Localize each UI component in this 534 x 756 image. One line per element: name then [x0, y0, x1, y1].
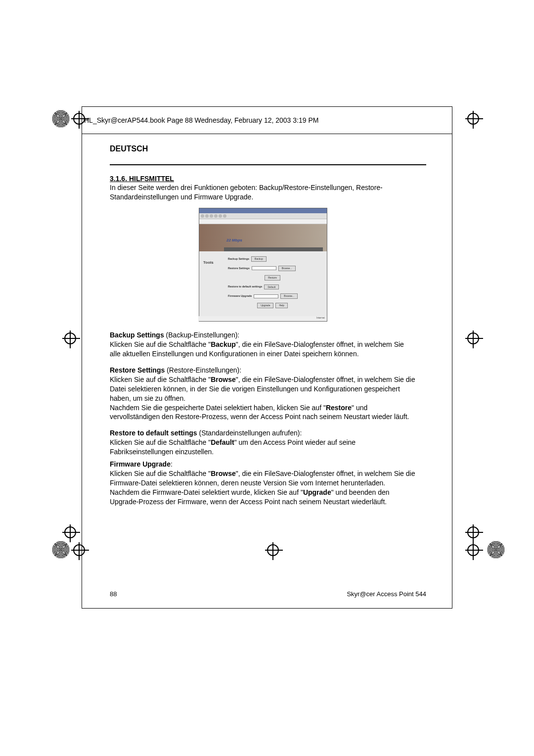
crop-mark-icon: [467, 544, 479, 556]
backup-row: Backup Settings Backup: [228, 256, 317, 262]
page-footer: 88 Skyr@cer Access Point 544: [110, 590, 426, 598]
document-content: DEUTSCH 3.1.6. HILFSMITTEL In dieser Sei…: [110, 143, 416, 513]
firmware-p2b: Upgrade: [303, 488, 331, 496]
firmware-p1a: Klicken Sie auf die Schaltfläche ": [110, 470, 211, 477]
section-heading: 3.1.6. HILFSMITTEL: [110, 174, 416, 184]
default-button[interactable]: Default: [264, 284, 279, 290]
firmware-row: Firmware Upgrade Browse...: [228, 293, 317, 299]
language-heading: DEUTSCH: [110, 143, 148, 154]
backup-p1a: Klicken Sie auf die Schaltfläche ": [110, 340, 211, 348]
restore-row: Restore Settings Browse...: [228, 266, 317, 271]
crop-mark-icon: [467, 113, 479, 125]
banner-text: 22 Mbps: [226, 238, 242, 243]
browse-button[interactable]: Browse...: [278, 266, 296, 271]
firmware-suffix: :: [171, 460, 173, 468]
restore-title: Restore Settings: [110, 366, 165, 374]
firmware-browse-button[interactable]: Browse...: [280, 293, 298, 299]
defaults-title: Restore to default settings: [110, 429, 197, 437]
upgrade-button[interactable]: Upgrade: [257, 303, 273, 308]
defaults-suffix: (Standardeinstellungen aufrufen):: [197, 429, 302, 437]
firmware-input[interactable]: [254, 294, 278, 298]
restore-p1b: Browse: [211, 376, 236, 383]
default-row: Restore to default settings Default: [228, 284, 317, 290]
restore-btn-row: Restore: [228, 275, 317, 281]
firmware-p2a: Nachdem die Firmware-Datei selektiert wu…: [110, 488, 303, 496]
restore-p2b: Restore: [326, 404, 352, 412]
registration-mark-icon: [52, 110, 70, 128]
page-header-line: HL_Skyr@cerAP544.book Page 88 Wednesday,…: [84, 116, 450, 124]
defaults-p1b: Default: [211, 438, 234, 446]
crop-mark-icon: [467, 332, 479, 344]
firmware-p1b: Browse: [211, 470, 236, 477]
page-number: 88: [110, 590, 117, 598]
restore-block: Restore Settings (Restore-Einstellungen)…: [110, 366, 416, 422]
backup-button[interactable]: Backup: [251, 256, 267, 262]
restore-input[interactable]: [252, 266, 276, 270]
firmware-label: Firmware Upgrade: [228, 294, 252, 298]
restore-p1a: Klicken Sie auf die Schaltfläche ": [110, 376, 211, 383]
heading-underline: [110, 164, 426, 165]
screenshot-body: Tools Backup Settings Backup Restore Set…: [199, 251, 327, 321]
crop-mark-icon: [64, 526, 76, 538]
nav-tabs: [224, 247, 323, 251]
backup-suffix: (Backup-Einstellungen):: [164, 331, 240, 339]
defaults-p1a: Klicken Sie auf die Schaltfläche ": [110, 438, 211, 446]
firmware-title: Firmware Upgrade: [110, 460, 171, 468]
upgrade-btn-row: Upgrade Help: [228, 303, 317, 308]
intro-paragraph: In dieser Seite werden drei Funktionen g…: [110, 183, 416, 202]
product-name: Skyr@cer Access Point 544: [347, 590, 426, 598]
crop-mark-icon: [64, 332, 76, 344]
embedded-screenshot: 22 Mbps Tools Backup Settings Backup Res…: [199, 208, 327, 322]
browser-address-bar: [199, 219, 327, 224]
backup-block: Backup Settings (Backup-Einstellungen): …: [110, 331, 416, 359]
browser-toolbar: [199, 213, 327, 219]
restore-button[interactable]: Restore: [265, 275, 280, 281]
help-button[interactable]: Help: [275, 303, 287, 308]
registration-mark-icon: [487, 541, 505, 559]
firmware-block: Firmware Upgrade: Klicken Sie auf die Sc…: [110, 460, 416, 506]
defaults-block: Restore to default settings (Standardein…: [110, 428, 416, 457]
restore-label: Restore Settings: [228, 267, 250, 270]
sidebar-label: Tools: [203, 260, 214, 266]
backup-label: Backup Settings: [228, 257, 249, 261]
page-banner: 22 Mbps: [199, 224, 327, 251]
backup-title: Backup Settings: [110, 331, 164, 339]
registration-mark-icon: [52, 541, 70, 559]
crop-mark-icon: [467, 526, 479, 538]
backup-p1b: Backup: [211, 340, 236, 348]
status-bar: Internet: [198, 316, 327, 321]
restore-p2a: Nachdem Sie die gespeicherte Datei selek…: [110, 404, 326, 412]
restore-suffix: (Restore-Einstellungen):: [165, 366, 241, 374]
default-label: Restore to default settings: [228, 285, 262, 288]
window-titlebar: [199, 208, 327, 213]
tool-rows: Backup Settings Backup Restore Settings …: [228, 256, 317, 312]
